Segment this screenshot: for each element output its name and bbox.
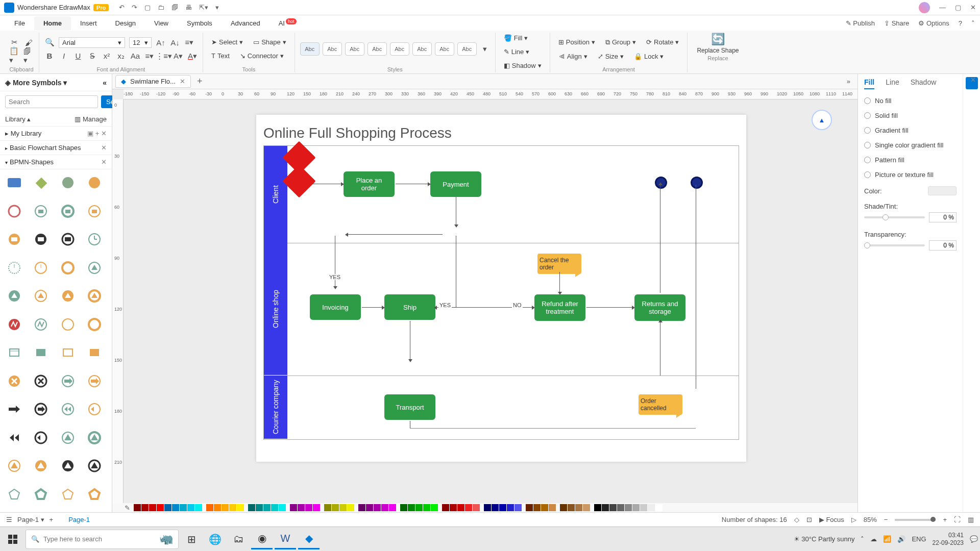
- color-swatch[interactable]: [206, 504, 213, 511]
- weather-widget[interactable]: ☀ 30°C Partly sunny: [794, 535, 855, 543]
- shape-data3-icon[interactable]: [59, 343, 77, 362]
- manage-library-button[interactable]: ▥ Manage: [75, 115, 107, 123]
- font-family-select[interactable]: Arial▾: [59, 37, 125, 48]
- color-swatch[interactable]: [203, 504, 206, 511]
- shape-timer3-icon[interactable]: [32, 259, 50, 277]
- shape-error4-icon[interactable]: [85, 315, 104, 334]
- note-cancel-order[interactable]: Cancel the order: [537, 254, 581, 274]
- language-icon[interactable]: ENG: [912, 535, 926, 543]
- shape-data4-icon[interactable]: [85, 343, 104, 362]
- color-swatch[interactable]: [560, 504, 567, 511]
- color-swatch[interactable]: [180, 504, 187, 511]
- end-event-2-icon[interactable]: [691, 177, 703, 189]
- rotate-button[interactable]: ⟳ Rotate▾: [643, 37, 682, 47]
- page-select[interactable]: Page-1 ▾: [17, 516, 44, 523]
- lane-body[interactable]: YES Invoicing Ship YES NO Cancel the ord…: [287, 243, 739, 375]
- color-swatch[interactable]: [400, 504, 407, 511]
- shape-timer2-icon[interactable]: [5, 259, 23, 277]
- color-swatch[interactable]: [617, 504, 624, 511]
- shape-tri-ring-icon[interactable]: [85, 457, 104, 475]
- publish-button[interactable]: ✎ Publish: [846, 19, 875, 27]
- lane-body[interactable]: Place an order Payment: [287, 146, 739, 243]
- explorer-app-icon[interactable]: 🗂: [228, 529, 249, 549]
- node-invoicing[interactable]: Invoicing: [310, 294, 361, 320]
- color-swatch[interactable]: [279, 504, 286, 511]
- color-swatch[interactable]: [431, 504, 438, 511]
- color-swatch[interactable]: [214, 504, 221, 511]
- undo-icon[interactable]: ↶: [119, 4, 125, 11]
- style-preset[interactable]: Abc: [368, 42, 387, 56]
- color-swatch[interactable]: [321, 504, 324, 511]
- shrink-font-icon[interactable]: A↓: [170, 37, 180, 47]
- color-swatch[interactable]: [423, 504, 430, 511]
- onedrive-icon[interactable]: ☁: [870, 535, 877, 543]
- underline-icon[interactable]: U: [73, 51, 83, 61]
- menu-advanced[interactable]: Advanced: [222, 16, 270, 30]
- shape-end-icon[interactable]: [5, 202, 23, 220]
- zoom-slider[interactable]: [895, 519, 936, 521]
- zoom-level[interactable]: 85%: [864, 516, 877, 523]
- options-button[interactable]: ⚙ Options: [918, 19, 949, 27]
- tray-up-icon[interactable]: ˄: [861, 535, 864, 543]
- color-swatch[interactable]: [172, 504, 179, 511]
- eyedropper-icon[interactable]: ✎: [125, 504, 130, 512]
- fit-page-icon[interactable]: ◇: [794, 516, 799, 523]
- shape-rewind3-icon[interactable]: [5, 429, 23, 447]
- close-panel-icon[interactable]: ✕: [970, 76, 976, 84]
- qat-more-icon[interactable]: ▾: [215, 4, 219, 11]
- color-swatch[interactable]: [507, 504, 514, 511]
- color-swatch[interactable]: [263, 504, 271, 511]
- edge-app-icon[interactable]: 🌐: [204, 529, 226, 549]
- shape-data-icon[interactable]: [5, 343, 23, 362]
- color-swatch[interactable]: [286, 504, 289, 511]
- edge[interactable]: [396, 184, 428, 184]
- color-swatch[interactable]: [522, 504, 525, 511]
- font-size-select[interactable]: 12▾: [129, 37, 152, 48]
- font-search-icon[interactable]: 🔍: [44, 37, 55, 47]
- collapse-panel-icon[interactable]: «: [103, 79, 107, 87]
- color-swatch[interactable]: [442, 504, 449, 511]
- notifications-icon[interactable]: 💬: [970, 535, 978, 543]
- color-swatch[interactable]: [473, 504, 480, 511]
- lock-button[interactable]: 🔒 Lock▾: [631, 51, 667, 62]
- node-returns[interactable]: Returns and storage: [634, 294, 685, 321]
- color-swatch[interactable]: [591, 504, 594, 511]
- select-tool-button[interactable]: ➤ Select ▾: [208, 37, 246, 47]
- user-avatar-icon[interactable]: [919, 2, 930, 13]
- edge[interactable]: [348, 234, 443, 235]
- color-swatch[interactable]: [640, 504, 647, 511]
- clock[interactable]: 03:4122-09-2023: [933, 532, 964, 546]
- my-library-section[interactable]: ▸ My Library ▣ + ✕: [0, 127, 112, 141]
- redo-icon[interactable]: ↷: [132, 4, 137, 11]
- edge[interactable]: [410, 321, 410, 360]
- color-swatch[interactable]: [549, 504, 556, 511]
- active-page-name[interactable]: Page-1: [68, 516, 90, 523]
- symbols-header[interactable]: ◈ More Symbols ▾: [5, 79, 67, 87]
- shape-event-icon[interactable]: [59, 173, 77, 192]
- edge[interactable]: [456, 236, 456, 307]
- shape-link-icon[interactable]: [59, 372, 77, 390]
- edge[interactable]: [660, 185, 660, 293]
- zoom-out-button[interactable]: −: [884, 516, 888, 523]
- library-label[interactable]: Library ▴: [5, 115, 31, 123]
- compass-icon[interactable]: ▲: [812, 110, 832, 130]
- basic-flowchart-section[interactable]: ▸Basic Flowchart Shapes ✕: [0, 141, 112, 155]
- shape-message3-icon[interactable]: [85, 202, 104, 220]
- shape-link2-icon[interactable]: [85, 372, 104, 390]
- paste-icon[interactable]: 📋▾: [9, 51, 19, 61]
- open-icon[interactable]: 🗀: [158, 4, 164, 11]
- format-painter-icon[interactable]: 🖌: [23, 37, 34, 47]
- color-swatch[interactable]: [492, 504, 499, 511]
- shape-tri-up2-icon[interactable]: [85, 429, 104, 447]
- fill-option-picture[interactable]: Picture or texture fill: [864, 167, 957, 182]
- color-swatch[interactable]: [602, 504, 609, 511]
- expand-panel-icon[interactable]: »: [847, 78, 854, 85]
- print-icon[interactable]: 🖶: [185, 4, 192, 11]
- color-swatch[interactable]: [355, 504, 358, 511]
- color-swatch[interactable]: [290, 504, 297, 511]
- edge[interactable]: [696, 185, 696, 389]
- shape-tool-button[interactable]: ▭ Shape ▾: [250, 37, 289, 47]
- fill-option-single-gradient[interactable]: Single color gradient fill: [864, 138, 957, 153]
- shape-pentagon2-icon[interactable]: [32, 485, 50, 504]
- color-swatch[interactable]: [514, 504, 522, 511]
